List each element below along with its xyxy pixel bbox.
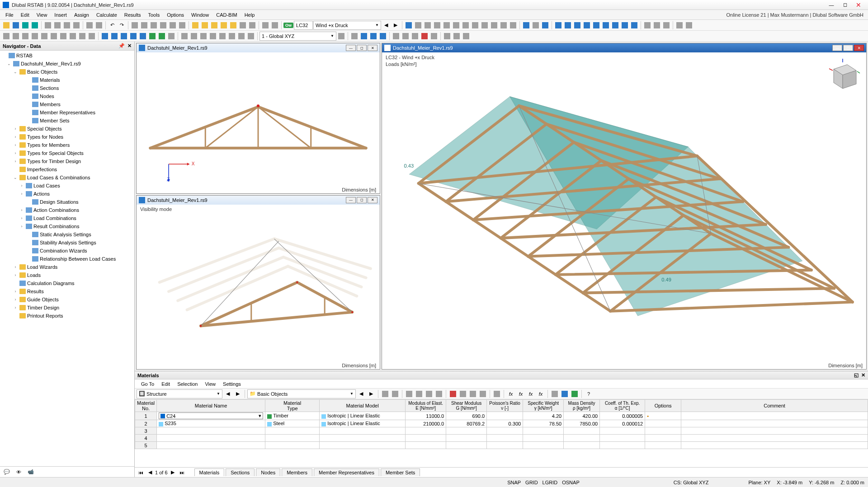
tree-sections[interactable]: Sections [0, 84, 134, 92]
res8-button[interactable] [480, 21, 489, 30]
grid3-button[interactable] [369, 32, 378, 41]
memb3-button[interactable] [119, 32, 128, 41]
t9[interactable] [468, 389, 477, 398]
snap1-button[interactable] [392, 32, 401, 41]
sec5-button[interactable] [592, 21, 601, 30]
sec7-button[interactable] [611, 21, 620, 30]
tree-basic-objects[interactable]: ⌄Basic Objects [0, 68, 134, 76]
minimize-button[interactable]: — [825, 0, 838, 9]
doc2-button[interactable] [94, 21, 104, 30]
basic-combo[interactable]: 📁 Basic Objects▼ [247, 389, 356, 398]
render7-button[interactable] [248, 21, 257, 30]
render6-button[interactable] [238, 21, 247, 30]
calc2-button[interactable] [531, 21, 540, 30]
print-button[interactable] [72, 21, 81, 30]
sel4-button[interactable] [30, 32, 39, 41]
menu-options[interactable]: Options [163, 11, 188, 19]
cs-edit-button[interactable] [337, 32, 346, 41]
tree-actions[interactable]: ›Actions [0, 190, 134, 198]
lc-prev-button[interactable]: ◀ [382, 21, 391, 30]
render3-button[interactable] [210, 21, 219, 30]
tree-timber-design[interactable]: ›Timber Design [0, 304, 134, 312]
t1[interactable] [381, 389, 390, 398]
open-file-button[interactable] [11, 21, 20, 30]
navigator-tree[interactable]: RSTAB ⌄Dachstuhl_Meier_Rev1.rs9 ⌄Basic O… [0, 51, 134, 466]
tree-nodes[interactable]: Nodes [0, 92, 134, 100]
tree-load-wizards[interactable]: ›Load Wizards [0, 263, 134, 271]
vp-max[interactable]: ◻ [357, 197, 367, 203]
sup2-button[interactable] [189, 32, 198, 41]
t2[interactable] [391, 389, 400, 398]
status-grid[interactable]: GRID [525, 480, 538, 485]
guides3-button[interactable] [462, 32, 471, 41]
bp-view[interactable]: View [201, 380, 219, 388]
pane-pin[interactable]: ◱ [854, 372, 859, 378]
sup8-button[interactable] [246, 32, 255, 41]
dims3-button[interactable] [662, 21, 671, 30]
view-layout5-button[interactable] [168, 21, 177, 30]
cs-combo[interactable]: 1 - Global XYZ▼ [259, 32, 336, 41]
vp-max[interactable]: ◻ [843, 45, 853, 51]
sel2-button[interactable] [11, 32, 20, 41]
lc-name-combo[interactable]: Wind +x Druck▼ [313, 21, 381, 30]
undo-button[interactable]: ↶ [108, 21, 117, 30]
menu-window[interactable]: Window [188, 11, 212, 19]
structure-combo[interactable]: 🔲 Structure▼ [137, 389, 222, 398]
tree-load-comb[interactable]: ›Load Combinations [0, 214, 134, 222]
sec1-button[interactable] [554, 21, 563, 30]
nav-eye-icon[interactable]: 👁 [16, 469, 21, 475]
sel9-button[interactable] [78, 32, 87, 41]
tree-comb-wizards[interactable]: Combination Wizards [0, 247, 134, 255]
vp-min[interactable]: — [346, 45, 356, 51]
t5[interactable] [425, 389, 434, 398]
tab-materials[interactable]: Materials [194, 468, 225, 476]
memb1-button[interactable] [100, 32, 109, 41]
sup5-button[interactable] [218, 32, 227, 41]
render2-button[interactable] [200, 21, 209, 30]
sec6-button[interactable] [601, 21, 610, 30]
view-layout3-button[interactable] [149, 21, 158, 30]
memb8-button[interactable] [167, 32, 176, 41]
tree-project[interactable]: ⌄Dachstuhl_Meier_Rev1.rs9 [0, 60, 134, 68]
menu-file[interactable]: File [2, 11, 17, 19]
memb6-button[interactable] [148, 32, 157, 41]
tree-action-comb[interactable]: ›Action Combinations [0, 206, 134, 214]
basic-prev[interactable]: ◀ [357, 389, 366, 398]
pr2-button[interactable] [684, 21, 693, 30]
render4-button[interactable] [219, 21, 228, 30]
sup3-button[interactable] [199, 32, 208, 41]
nav-prev[interactable]: ◀ [146, 469, 154, 475]
sec2-button[interactable] [563, 21, 572, 30]
grid4-button[interactable] [378, 32, 387, 41]
bp-selection[interactable]: Selection [174, 380, 201, 388]
memb7-button[interactable] [157, 32, 166, 41]
status-osnap[interactable]: OSNAP [562, 480, 580, 485]
lc-code-combo[interactable]: LC32 [294, 21, 313, 30]
show-lc-button[interactable] [404, 21, 413, 30]
table-row[interactable]: 5 [135, 442, 868, 449]
menu-view[interactable]: View [33, 11, 51, 19]
navigator-pin[interactable]: 📌 [118, 43, 125, 49]
res4-button[interactable] [442, 21, 451, 30]
navigator-close[interactable]: ✕ [127, 43, 132, 49]
proj-iso-button[interactable] [261, 21, 270, 30]
t17[interactable] [560, 389, 569, 398]
grid2-button[interactable] [359, 32, 368, 41]
maximize-button[interactable]: ◻ [838, 0, 852, 9]
t6[interactable] [434, 389, 443, 398]
save-file-button[interactable] [21, 21, 30, 30]
menu-edit[interactable]: Edit [17, 11, 33, 19]
t4[interactable] [415, 389, 424, 398]
memb4-button[interactable] [129, 32, 138, 41]
guides2-button[interactable] [452, 32, 461, 41]
res6-button[interactable] [461, 21, 470, 30]
paste-button[interactable] [62, 21, 71, 30]
viewport-elevation[interactable]: Dachstuhl_Meier_Rev1.rs9 — ◻ ✕ [136, 43, 380, 194]
menu-calculate[interactable]: Calculate [93, 11, 121, 19]
t15[interactable]: fx [536, 389, 545, 398]
view-layout6-button[interactable] [178, 21, 187, 30]
redo-button[interactable]: ↷ [117, 21, 126, 30]
materials-grid[interactable]: MaterialNo. Material Name MaterialType M… [135, 399, 868, 467]
viewport-visibility[interactable]: Dachstuhl_Meier_Rev1.rs9 — ◻ ✕ Visibilit… [136, 195, 380, 370]
bp-goto[interactable]: Go To [137, 380, 158, 388]
